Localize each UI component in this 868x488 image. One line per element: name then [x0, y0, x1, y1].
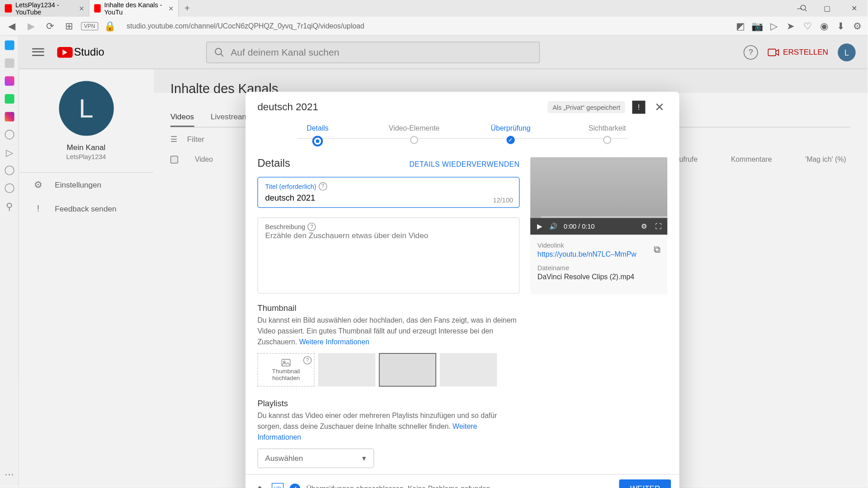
step-details[interactable]: Details: [269, 124, 366, 146]
back-button[interactable]: ◀: [5, 19, 19, 33]
step-label: Details: [307, 124, 328, 132]
upload-status-icon: ⬆: [254, 483, 265, 488]
video-time: 0:00 / 0:10: [564, 223, 595, 230]
send-icon[interactable]: ➤: [785, 20, 796, 31]
image-icon: [281, 358, 292, 366]
video-preview[interactable]: ▶ 🔊 0:00 / 0:10 ⚙ ⛶: [530, 157, 667, 235]
filename-value: DaVinci Resolve Clips (2).mp4: [538, 273, 660, 281]
whatsapp-icon[interactable]: [5, 94, 14, 103]
select-label: Auswählen: [265, 454, 303, 463]
playlist-select[interactable]: Auswählen ▾: [257, 448, 374, 468]
videolink-label: Videolink: [538, 242, 660, 249]
lock-icon: 🔒: [103, 19, 117, 33]
close-icon[interactable]: ×: [79, 4, 84, 13]
history-icon[interactable]: [5, 183, 14, 193]
description-field[interactable]: Beschreibung ?: [257, 217, 519, 294]
step-label: Überprüfung: [491, 124, 531, 132]
filename-label: Dateiname: [538, 264, 660, 272]
feedback-icon[interactable]: !: [632, 101, 645, 114]
playlists-description: Du kannst das Video einer oder mehreren …: [257, 410, 519, 442]
stepper: Details Video-Elemente Überprüfung ✓ Sic…: [245, 120, 679, 152]
fullscreen-icon[interactable]: ⛶: [654, 222, 662, 230]
copy-icon[interactable]: ⧉: [654, 244, 660, 255]
help-icon[interactable]: ?: [319, 182, 327, 190]
reuse-details-link[interactable]: DETAILS WIEDERVERWENDEN: [410, 160, 520, 169]
vpn-badge[interactable]: VPN: [81, 22, 98, 30]
browser-titlebar: LetsPlay1234 - YouTube × Inhalte des Kan…: [0, 0, 868, 17]
tab-title: Inhalte des Kanals - YouTu: [104, 1, 165, 16]
videolink-value[interactable]: https://youtu.be/nN7LC–MmPw: [538, 250, 660, 258]
checks-status: Überprüfungen abgeschlossen. Keine Probl…: [306, 484, 492, 488]
instagram-icon[interactable]: [5, 112, 14, 122]
title-input[interactable]: [265, 191, 512, 204]
save-status-badge: Als „Privat“ gespeichert: [548, 101, 625, 113]
more-info-link[interactable]: Weitere Informationen: [299, 338, 369, 346]
reload-button[interactable]: ⟳: [43, 19, 57, 33]
playlists-heading: Playlists: [257, 399, 519, 408]
svg-rect-5: [282, 359, 290, 366]
step-label: Sichtbarkeit: [589, 124, 626, 132]
title-field[interactable]: Titel (erforderlich) ? 12/100: [257, 177, 519, 208]
youtube-favicon: [94, 4, 100, 12]
thumbnail-option[interactable]: [318, 353, 376, 387]
help-icon[interactable]: ?: [307, 223, 316, 231]
settings-icon[interactable]: ⚙: [640, 222, 648, 230]
thumbnail-option[interactable]: [440, 353, 497, 387]
heart-icon[interactable]: ♡: [802, 20, 813, 31]
extensions-icon[interactable]: ◉: [819, 20, 830, 31]
maximize-button[interactable]: ▢: [814, 0, 840, 17]
description-input[interactable]: [265, 231, 512, 285]
new-tab-button[interactable]: +: [179, 0, 195, 17]
character-counter: 12/100: [493, 197, 513, 204]
step-review[interactable]: Überprüfung ✓: [462, 124, 559, 144]
step-label: Video-Elemente: [389, 124, 439, 132]
thumbnail-heading: Thumbnail: [257, 303, 519, 313]
twitter-icon[interactable]: [5, 41, 14, 50]
help-icon[interactable]: ?: [303, 356, 311, 364]
play-icon[interactable]: ▶: [535, 222, 543, 230]
close-icon[interactable]: ×: [169, 4, 174, 13]
hd-icon: HD: [272, 483, 283, 488]
youtube-favicon: [5, 4, 12, 12]
next-button[interactable]: WEITER: [619, 479, 671, 488]
browser-tab[interactable]: LetsPlay1234 - YouTube ×: [0, 0, 90, 17]
check-icon: ✓: [290, 483, 301, 488]
details-heading: Details: [257, 157, 290, 170]
close-icon[interactable]: ✕: [652, 100, 667, 114]
forward-button[interactable]: ▶: [24, 19, 38, 33]
camera-icon[interactable]: 📷: [752, 20, 763, 31]
play-icon[interactable]: ▷: [5, 148, 14, 157]
browser-tab[interactable]: Inhalte des Kanals - YouTu ×: [90, 0, 179, 17]
messenger-icon[interactable]: [5, 76, 14, 86]
dialog-title: deutsch 2021: [257, 101, 318, 113]
step-visibility[interactable]: Sichtbarkeit: [559, 124, 656, 144]
thumbnail-upload-label: Thumbnail hochladen: [258, 368, 314, 381]
workspace-icon[interactable]: [5, 58, 14, 68]
speed-dial-icon[interactable]: ⊞: [62, 19, 76, 33]
easy-setup-icon[interactable]: ⚙: [852, 20, 863, 31]
tab-title: LetsPlay1234 - YouTube: [15, 1, 75, 16]
minimize-button[interactable]: ─: [787, 0, 813, 17]
thumbnail-option[interactable]: [379, 353, 436, 387]
more-icon[interactable]: ⋯: [5, 469, 14, 480]
field-label: Titel (erforderlich): [265, 183, 316, 190]
thumbnail-description: Du kannst ein Bild auswählen oder hochla…: [257, 315, 519, 347]
bookmark-icon[interactable]: ▷: [769, 20, 779, 31]
clock-icon[interactable]: [5, 165, 14, 175]
player-icon[interactable]: [5, 130, 14, 139]
thumbnail-upload-button[interactable]: ? Thumbnail hochladen: [257, 353, 315, 387]
chevron-down-icon: ▾: [362, 454, 366, 463]
download-icon[interactable]: ⬇: [835, 20, 846, 31]
pin-icon[interactable]: ⚲: [5, 201, 14, 211]
opera-sidebar: ▷ ⚲ ⋯: [0, 36, 19, 486]
close-window-button[interactable]: ✕: [841, 0, 868, 17]
browser-toolbar: ◀ ▶ ⟳ ⊞ VPN 🔒 studio.youtube.com/channel…: [0, 17, 868, 36]
step-video-elements[interactable]: Video-Elemente: [366, 124, 462, 144]
url-bar[interactable]: studio.youtube.com/channel/UCocN6zQPHQZ_…: [122, 19, 731, 33]
snapshot-icon[interactable]: ◩: [735, 20, 746, 31]
volume-icon[interactable]: 🔊: [549, 222, 557, 230]
field-label: Beschreibung: [265, 223, 306, 230]
upload-dialog: deutsch 2021 Als „Privat“ gespeichert ! …: [245, 92, 679, 488]
